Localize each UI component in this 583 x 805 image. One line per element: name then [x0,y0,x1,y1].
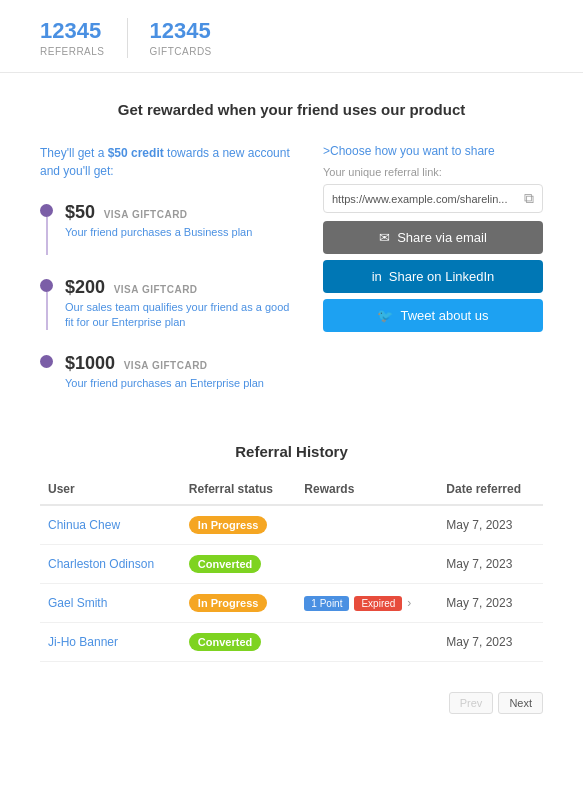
date-cell: May 7, 2023 [438,505,543,545]
status-cell: In Progress [181,584,296,623]
pagination: Prev Next [0,682,583,734]
table-body: Chinua Chew In Progress May 7, 2023 Char… [40,505,543,662]
reward-type: VISA GIFTCARD [104,209,188,220]
table-header-cell: User [40,476,181,505]
intro-credit-text: They'll get a $50 credit towards a new a… [40,146,290,178]
status-badge: Converted [189,555,261,573]
reward-desc: Our sales team qualifies your friend as … [65,300,293,331]
rewards-cell [296,505,438,545]
twitter-icon: 🐦 [377,308,393,323]
table-header-cell: Date referred [438,476,543,505]
linkedin-btn-label: Share on LinkedIn [389,269,495,284]
reward-content: $50 VISA GIFTCARD Your friend purchases … [65,202,252,240]
point-badge: 1 Point [304,596,349,611]
reward-line [46,292,48,330]
next-button[interactable]: Next [498,692,543,714]
email-icon: ✉ [379,230,390,245]
reward-content: $200 VISA GIFTCARD Our sales team qualif… [65,277,293,331]
user-link[interactable]: Gael Smith [48,596,107,610]
twitter-btn-label: Tweet about us [400,308,488,323]
user-link[interactable]: Ji-Ho Banner [48,635,118,649]
giftcards-stat: 12345 GIFTCARDS [150,18,212,57]
hero-title: Get rewarded when your friend uses our p… [118,101,466,118]
status-cell: In Progress [181,505,296,545]
reward-amount: $200 [65,277,105,297]
intro-text: They'll get a $50 credit towards a new a… [40,144,293,180]
stats-header: 12345 REFERRALS 12345 GIFTCARDS [0,0,583,73]
referral-link-value: https://www.example.com/sharelin... [332,193,518,205]
reward-type: VISA GIFTCARD [124,360,208,371]
reward-item: $200 VISA GIFTCARD Our sales team qualif… [40,277,293,331]
prev-button[interactable]: Prev [449,692,494,714]
referral-link-label: Your unique referral link: [323,166,543,178]
reward-dot [40,204,53,217]
reward-amount: $1000 [65,353,115,373]
reward-type: VISA GIFTCARD [114,284,198,295]
table-row: Chinua Chew In Progress May 7, 2023 [40,505,543,545]
user-cell: Gael Smith [40,584,181,623]
status-cell: Converted [181,623,296,662]
reward-bullet-col [40,279,53,330]
expired-badge: Expired [354,596,402,611]
reward-line [46,217,48,255]
share-email-button[interactable]: ✉ Share via email [323,221,543,254]
choose-share-link[interactable]: >Choose how you want to share [323,144,543,158]
reward-dot [40,279,53,292]
linkedin-icon: in [372,269,382,284]
table-header-cell: Rewards [296,476,438,505]
reward-bullet-col [40,204,53,255]
user-cell: Ji-Ho Banner [40,623,181,662]
status-badge: Converted [189,633,261,651]
reward-bullet-col [40,355,53,368]
user-link[interactable]: Charleston Odinson [48,557,154,571]
right-panel: >Choose how you want to share Your uniqu… [323,144,543,413]
email-btn-label: Share via email [397,230,487,245]
copy-icon[interactable]: ⧉ [524,190,534,207]
table-row: Gael Smith In Progress 1 Point Expired ›… [40,584,543,623]
referral-link-box[interactable]: https://www.example.com/sharelin... ⧉ [323,184,543,213]
choose-link-area [0,423,583,433]
reward-content: $1000 VISA GIFTCARD Your friend purchase… [65,353,264,391]
user-cell: Charleston Odinson [40,545,181,584]
table-header-cell: Referral status [181,476,296,505]
hero-section: Get rewarded when your friend uses our p… [0,73,583,134]
history-table: UserReferral statusRewardsDate referred … [40,476,543,662]
reward-cell: 1 Point Expired › [304,596,430,611]
share-twitter-button[interactable]: 🐦 Tweet about us [323,299,543,332]
reward-item: $1000 VISA GIFTCARD Your friend purchase… [40,353,293,391]
reward-amount: $50 [65,202,95,222]
rewards-cell [296,545,438,584]
table-row: Charleston Odinson Converted May 7, 2023 [40,545,543,584]
table-header-row: UserReferral statusRewardsDate referred [40,476,543,505]
share-linkedin-button[interactable]: in Share on LinkedIn [323,260,543,293]
referrals-label: REFERRALS [40,46,105,57]
table-header: UserReferral statusRewardsDate referred [40,476,543,505]
user-cell: Chinua Chew [40,505,181,545]
reward-desc: Your friend purchases a Business plan [65,225,252,240]
status-cell: Converted [181,545,296,584]
reward-dot [40,355,53,368]
referrals-stat: 12345 REFERRALS [40,18,105,57]
rewards-cell [296,623,438,662]
date-cell: May 7, 2023 [438,545,543,584]
giftcards-number: 12345 [150,18,211,44]
giftcards-label: GIFTCARDS [150,46,212,57]
history-title: Referral History [40,443,543,460]
user-link[interactable]: Chinua Chew [48,518,120,532]
date-cell: May 7, 2023 [438,584,543,623]
left-panel: They'll get a $50 credit towards a new a… [40,144,293,413]
reward-list: $50 VISA GIFTCARD Your friend purchases … [40,202,293,391]
main-content: They'll get a $50 credit towards a new a… [0,134,583,433]
status-badge: In Progress [189,594,268,612]
reward-desc: Your friend purchases an Enterprise plan [65,376,264,391]
referrals-number: 12345 [40,18,101,44]
status-badge: In Progress [189,516,268,534]
date-cell: May 7, 2023 [438,623,543,662]
rewards-cell: 1 Point Expired › [296,584,438,623]
table-row: Ji-Ho Banner Converted May 7, 2023 [40,623,543,662]
reward-item: $50 VISA GIFTCARD Your friend purchases … [40,202,293,255]
stats-divider [127,18,128,58]
history-section: Referral History UserReferral statusRewa… [0,433,583,682]
arrow-icon[interactable]: › [407,596,411,610]
